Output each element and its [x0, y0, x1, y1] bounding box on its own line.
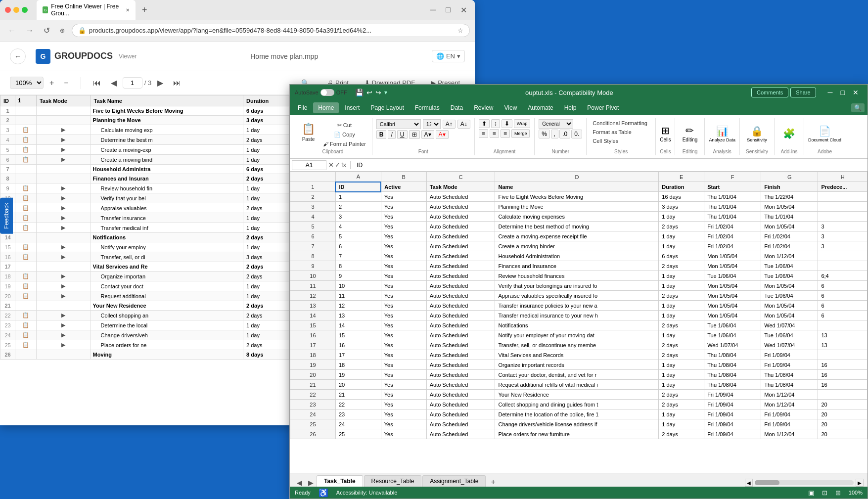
cell-E12[interactable]: 2 days [659, 291, 704, 301]
cell-G2[interactable]: Thu 1/22/04 [761, 192, 818, 202]
cell-H9[interactable] [818, 261, 868, 271]
cell-E11[interactable]: 1 day [659, 281, 704, 291]
menu-formulas[interactable]: Formulas [410, 102, 445, 113]
cell-C19[interactable]: Auto Scheduled [426, 360, 495, 370]
cell-A26[interactable]: 25 [335, 429, 381, 439]
cell-D23[interactable]: Collect shopping and dining guides from … [495, 400, 659, 409]
page-break-view-button[interactable]: ⊞ [835, 489, 841, 497]
cell-B22[interactable]: Yes [381, 390, 426, 400]
cell-H24[interactable]: 20 [818, 409, 868, 419]
horizontal-scrollbar[interactable] [755, 480, 854, 485]
save-icon[interactable]: 💾 [355, 89, 364, 96]
percent-button[interactable]: % [539, 130, 550, 138]
cell-D12[interactable]: Appraise valuables specifically insured … [495, 291, 659, 301]
cell-H22[interactable] [818, 390, 868, 400]
cell-C16[interactable]: Auto Scheduled [426, 330, 495, 340]
paste-button[interactable]: 📋 Paste [298, 119, 319, 145]
cell-G17[interactable]: Wed 1/07/04 [761, 340, 818, 350]
col-header-F[interactable]: F [704, 172, 761, 182]
font-name-select[interactable]: Calibri [376, 119, 421, 129]
new-tab-button[interactable]: + [142, 5, 147, 15]
cell-C18[interactable]: Auto Scheduled [426, 350, 495, 360]
cell-C7[interactable]: Auto Scheduled [426, 241, 495, 251]
cell-D2[interactable]: Five to Eight Weeks Before Moving [495, 192, 659, 202]
cell-D16[interactable]: Notify your employer of your moving dat [495, 330, 659, 340]
page-number-input[interactable] [123, 77, 142, 89]
cell-D7[interactable]: Create a moving binder [495, 241, 659, 251]
border-button[interactable]: ⊞ [409, 130, 420, 139]
cell-B3[interactable]: Yes [381, 202, 426, 212]
feedback-tab[interactable]: Feedback [0, 198, 13, 234]
font-color-button[interactable]: A▾ [436, 130, 449, 139]
cell-C8[interactable]: Auto Scheduled [426, 251, 495, 261]
cell-A17[interactable]: 16 [335, 340, 381, 350]
bold-button[interactable]: B [376, 130, 387, 139]
merge-button[interactable]: Merge [511, 129, 530, 138]
cell-F21[interactable]: Thu 1/08/04 [704, 380, 761, 390]
cell-D11[interactable]: Verify that your belongings are insured … [495, 281, 659, 291]
cell-D10[interactable]: Review household finances [495, 271, 659, 281]
cell-G16[interactable]: Tue 1/06/04 [761, 330, 818, 340]
cell-E4[interactable]: 1 day [659, 212, 704, 222]
cell-C4[interactable]: Auto Scheduled [426, 212, 495, 222]
menu-automate[interactable]: Automate [523, 102, 558, 113]
cell-A1[interactable]: ID [335, 182, 381, 192]
cell-A8[interactable]: 7 [335, 251, 381, 261]
cell-F15[interactable]: Tue 1/06/04 [704, 320, 761, 330]
cell-H5[interactable]: 3 [818, 222, 868, 231]
prev-page-button[interactable]: ◀ [107, 76, 121, 90]
cell-B8[interactable]: Yes [381, 251, 426, 261]
sheet-tab-assignment-table[interactable]: Assignment_Table [422, 475, 486, 487]
cell-G8[interactable]: Mon 1/12/04 [761, 251, 818, 261]
cell-E10[interactable]: 1 day [659, 271, 704, 281]
cell-E18[interactable]: 2 days [659, 350, 704, 360]
cell-B25[interactable]: Yes [381, 419, 426, 429]
cell-H11[interactable]: 6 [818, 281, 868, 291]
number-format-select[interactable]: General [539, 119, 573, 129]
cell-B11[interactable]: Yes [381, 281, 426, 291]
decrease-decimal-button[interactable]: 0. [571, 130, 582, 138]
cell-A22[interactable]: 21 [335, 390, 381, 400]
cell-H10[interactable]: 6;4 [818, 271, 868, 281]
cell-E24[interactable]: 1 day [659, 409, 704, 419]
col-header-D[interactable]: D [495, 172, 659, 182]
cell-B19[interactable]: Yes [381, 360, 426, 370]
cell-F3[interactable]: Thu 1/01/04 [704, 202, 761, 212]
redo-icon[interactable]: ↪ [375, 89, 381, 96]
cell-E6[interactable]: 1 day [659, 231, 704, 241]
cell-G19[interactable]: Fri 1/09/04 [761, 360, 818, 370]
bottom-align-button[interactable]: ⬇ [502, 119, 512, 128]
cell-E25[interactable]: 1 day [659, 419, 704, 429]
cell-E15[interactable]: 2 days [659, 320, 704, 330]
cell-C20[interactable]: Auto Scheduled [426, 370, 495, 380]
cell-G9[interactable]: Tue 1/06/04 [761, 261, 818, 271]
sheet-tab-task-table[interactable]: Task_Table [317, 475, 363, 487]
cell-B23[interactable]: Yes [381, 400, 426, 409]
add-sheet-button[interactable]: + [487, 478, 499, 487]
cell-A3[interactable]: 2 [335, 202, 381, 212]
cell-E20[interactable]: 1 day [659, 370, 704, 380]
cell-B5[interactable]: Yes [381, 222, 426, 231]
scroll-left-button[interactable]: ◀ [745, 479, 753, 487]
cell-B12[interactable]: Yes [381, 291, 426, 301]
cell-E21[interactable]: 1 day [659, 380, 704, 390]
bookmark-icon[interactable]: ☆ [457, 27, 463, 34]
cell-B9[interactable]: Yes [381, 261, 426, 271]
cell-F14[interactable]: Mon 1/05/04 [704, 311, 761, 320]
cell-G7[interactable]: Fri 1/02/04 [761, 241, 818, 251]
cell-H17[interactable]: 13 [818, 340, 868, 350]
cell-F1[interactable]: Start [704, 182, 761, 192]
cell-G12[interactable]: Tue 1/06/04 [761, 291, 818, 301]
cell-C14[interactable]: Auto Scheduled [426, 311, 495, 320]
cell-B10[interactable]: Yes [381, 271, 426, 281]
cell-C10[interactable]: Auto Scheduled [426, 271, 495, 281]
zoom-out-button[interactable]: − [60, 77, 72, 90]
cell-B7[interactable]: Yes [381, 241, 426, 251]
cell-D9[interactable]: Finances and Insurance [495, 261, 659, 271]
cell-A5[interactable]: 4 [335, 222, 381, 231]
menu-review[interactable]: Review [469, 102, 498, 113]
cell-F18[interactable]: Thu 1/08/04 [704, 350, 761, 360]
cell-B4[interactable]: Yes [381, 212, 426, 222]
col-header-H[interactable]: H [818, 172, 868, 182]
cell-D18[interactable]: Vital Services and Records [495, 350, 659, 360]
